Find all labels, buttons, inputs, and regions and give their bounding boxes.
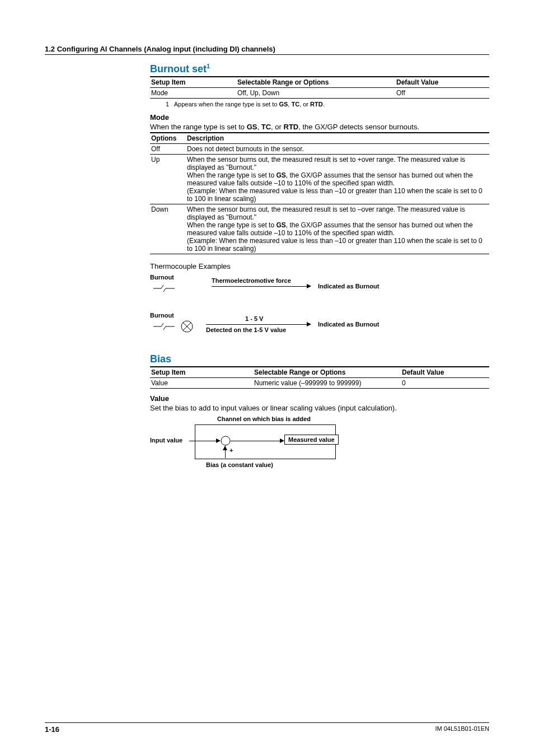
heading-bias: Bias	[150, 353, 489, 365]
intro-pre: When the range type is set to	[150, 123, 247, 131]
thermocouple-diagram-1: Burnout Thermoelectromotive force Indica…	[150, 274, 489, 307]
intro-rtd: RTD	[284, 123, 299, 131]
footnote-text-pre: Appears when the range type is set to	[174, 101, 279, 108]
heading-value: Value	[150, 394, 489, 403]
mode-intro: When the range type is set to GS, TC, or…	[150, 123, 489, 131]
d1-top-label: Thermoelectromotive force	[212, 277, 291, 284]
table-row: Down When the sensor burns out, the meas…	[150, 204, 489, 254]
th-setup-item: Setup Item	[150, 77, 236, 88]
th-default: Default Value	[395, 77, 489, 88]
break-icon	[153, 321, 176, 332]
svg-point-11	[221, 436, 230, 445]
cell-off: Off	[150, 144, 186, 155]
svg-line-2	[163, 288, 166, 292]
table-row: Mode Off, Up, Down Off	[150, 88, 489, 99]
th-description: Description	[186, 133, 489, 144]
down-line1: When the sensor burns out, the measured …	[187, 206, 465, 221]
cell-down: Down	[150, 204, 186, 254]
cell-mode: Mode	[150, 88, 236, 99]
footnote-period: .	[323, 101, 325, 108]
heading-mode: Mode	[150, 113, 489, 122]
cell-down-desc: When the sensor burns out, the measured …	[186, 204, 489, 254]
doc-id: IM 04L51B01-01EN	[435, 725, 489, 734]
d1-burnout-label: Burnout	[150, 274, 174, 281]
svg-line-5	[161, 323, 163, 326]
svg-line-1	[161, 285, 163, 288]
th-options: Options	[150, 133, 186, 144]
down-line3: (Example: When the measured value is les…	[187, 237, 483, 253]
svg-line-6	[163, 326, 166, 330]
bias-diag-bottom: Bias (a constant value)	[206, 461, 273, 468]
down-gs: GS	[276, 221, 285, 229]
footnote-tc: TC	[291, 101, 299, 108]
break-icon	[153, 283, 176, 294]
footnote-rtd: RTD	[310, 101, 323, 108]
th-selectable: Selectable Range or Options	[236, 77, 395, 88]
bias-diag-top: Channel on which bias is added	[217, 416, 311, 422]
footnote-burnout: 1 Appears when the range type is set to …	[166, 101, 489, 108]
th-default: Default Value	[401, 367, 489, 378]
down-line2a: When the range type is set to	[187, 221, 276, 229]
circle-x-icon	[180, 320, 194, 333]
d2-bottom-label: Detected on the 1-5 V value	[206, 326, 286, 333]
cell-default: 0	[401, 378, 489, 389]
sum-circle-icon	[221, 436, 231, 446]
d2-top-label: 1 - 5 V	[245, 315, 263, 322]
up-line1: When the sensor burns out, the measured …	[187, 156, 465, 171]
cell-range: Numeric value (–999999 to 999999)	[253, 378, 401, 389]
intro-post: , the GX/GP detects sensor burnouts.	[298, 123, 419, 131]
cell-up: Up	[150, 155, 186, 204]
cell-up-desc: When the sensor burns out, the measured …	[186, 155, 489, 204]
d1-right-label: Indicated as Burnout	[318, 283, 379, 290]
intro-sep1: ,	[257, 123, 261, 131]
d2-burnout-label: Burnout	[150, 312, 174, 319]
page-number: 1-16	[45, 725, 59, 734]
footnote-number: 1	[166, 101, 169, 108]
up-gs: GS	[276, 171, 285, 179]
th-setup-item: Setup Item	[150, 367, 253, 378]
heading-burnout-sup: 1	[207, 63, 210, 69]
thermocouple-examples-title: Thermocouple Examples	[150, 262, 489, 270]
cell-options: Off, Up, Down	[236, 88, 395, 99]
mode-options-table: Options Description Off Does not detect …	[150, 132, 489, 254]
footnote-gs: GS	[279, 101, 288, 108]
d2-right-label: Indicated as Burnout	[318, 321, 379, 328]
intro-sep2: , or	[271, 123, 283, 131]
bias-plus: +	[229, 447, 233, 454]
footnote-sep2: , or	[299, 101, 310, 108]
up-line2a: When the range type is set to	[187, 171, 276, 179]
burnout-setup-table: Setup Item Selectable Range or Options D…	[150, 76, 489, 99]
page-footer: 1-16 IM 04L51B01-01EN	[45, 722, 489, 734]
heading-burnout-text: Burnout set	[150, 63, 207, 74]
section-header: 1.2 Configuring AI Channels (Analog inpu…	[45, 45, 489, 55]
bias-diagram: Channel on which bias is added Input val…	[150, 416, 489, 477]
table-row: Up When the sensor burns out, the measur…	[150, 155, 489, 204]
table-row: Value Numeric value (–999999 to 999999) …	[150, 378, 489, 389]
intro-tc: TC	[261, 123, 271, 131]
cell-off-desc: Does not detect burnouts in the sensor.	[186, 144, 489, 155]
bias-diag-left: Input value	[150, 437, 182, 444]
table-row: Off Does not detect burnouts in the sens…	[150, 144, 489, 155]
cell-value: Value	[150, 378, 253, 389]
value-text: Set the bias to add to input values or l…	[150, 404, 489, 412]
heading-burnout-set: Burnout set1	[150, 63, 489, 75]
bias-setup-table: Setup Item Selectable Range or Options D…	[150, 366, 489, 389]
thermocouple-diagram-2: Burnout 1 - 5 V Detected on the 1-5 V va…	[150, 312, 489, 349]
up-line3: (Example: When the measured value is les…	[187, 187, 483, 203]
measured-value-box: Measured value	[284, 435, 339, 445]
th-selectable: Selectable Range or Options	[253, 367, 401, 378]
cell-default: Off	[395, 88, 489, 99]
intro-gs: GS	[247, 123, 257, 131]
